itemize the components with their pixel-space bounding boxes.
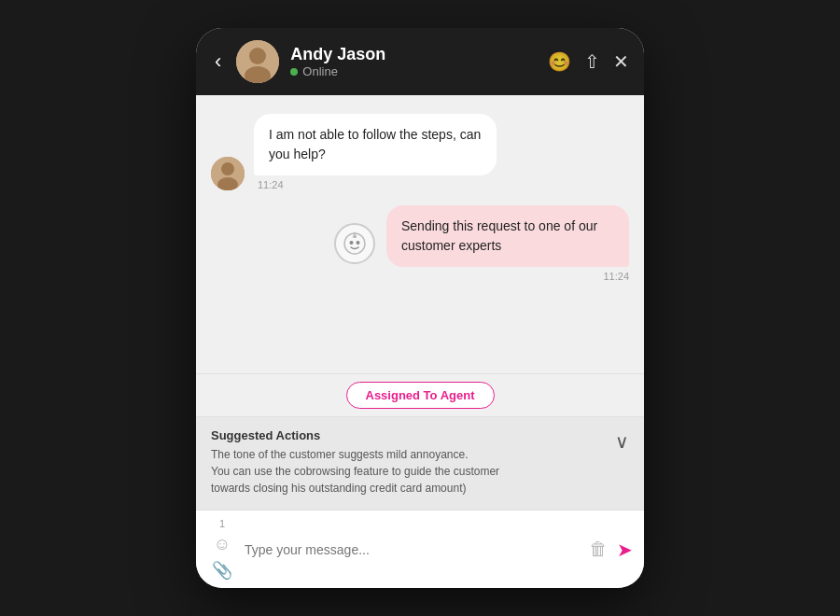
incoming-time: 11:24 [254, 179, 497, 190]
delete-icon[interactable]: 🗑 [589, 539, 608, 560]
message-counter: 1 [219, 518, 225, 529]
status-label: Online [302, 64, 338, 78]
bot-icon [343, 231, 367, 256]
chat-header: ‹ Andy Jason Online 😊 ⇧ ✕ [196, 28, 644, 95]
outgoing-message-row: Sending this request to one of our custo… [211, 205, 629, 282]
svg-rect-9 [353, 235, 357, 238]
assigned-divider: Assigned To Agent [196, 373, 644, 417]
header-actions: 😊 ⇧ ✕ [548, 50, 629, 73]
svg-point-11 [354, 232, 356, 234]
incoming-message-row: I am not able to follow the steps, can y… [211, 114, 629, 190]
chat-window: ‹ Andy Jason Online 😊 ⇧ ✕ [196, 28, 644, 588]
svg-point-7 [350, 241, 354, 245]
input-left-controls: 1 ☺ 📎 [207, 518, 237, 581]
message-input[interactable] [245, 542, 581, 557]
sender-avatar-image [211, 157, 245, 190]
sender-avatar [211, 157, 245, 190]
svg-point-1 [249, 48, 266, 64]
bot-avatar [334, 223, 375, 264]
suggested-body: The tone of the customer suggests mild a… [211, 446, 608, 497]
input-right-controls: 🗑 ➤ [589, 539, 633, 561]
chat-body: I am not able to follow the steps, can y… [196, 95, 644, 373]
header-info: Andy Jason Online [290, 45, 537, 78]
chevron-down-button[interactable]: ∨ [615, 430, 629, 453]
outgoing-message-content: Sending this request to one of our custo… [386, 205, 629, 282]
outgoing-time: 11:24 [599, 271, 629, 282]
suggested-title: Suggested Actions [211, 428, 608, 442]
input-area: 1 ☺ 📎 🗑 ➤ [196, 510, 644, 588]
avatar [236, 40, 279, 83]
avatar-image [236, 40, 279, 83]
suggested-actions-section: Suggested Actions The tone of the custom… [196, 417, 644, 510]
svg-point-4 [221, 162, 234, 175]
transfer-button[interactable]: ⇧ [584, 50, 600, 73]
incoming-message-content: I am not able to follow the steps, can y… [254, 114, 497, 190]
close-button[interactable]: ✕ [613, 50, 629, 73]
emoji-input-icon[interactable]: ☺ [214, 535, 231, 554]
attachment-icon[interactable]: 📎 [212, 560, 232, 581]
suggested-text: Suggested Actions The tone of the custom… [211, 428, 608, 497]
incoming-bubble: I am not able to follow the steps, can y… [254, 114, 497, 175]
send-button[interactable]: ➤ [617, 539, 633, 561]
outgoing-bubble: Sending this request to one of our custo… [386, 205, 629, 267]
contact-name: Andy Jason [290, 45, 537, 64]
back-button[interactable]: ‹ [211, 46, 225, 77]
assigned-badge: Assigned To Agent [346, 382, 495, 409]
svg-point-8 [357, 241, 360, 245]
contact-status: Online [290, 64, 537, 78]
status-indicator [290, 68, 298, 76]
emoji-button[interactable]: 😊 [548, 50, 571, 73]
